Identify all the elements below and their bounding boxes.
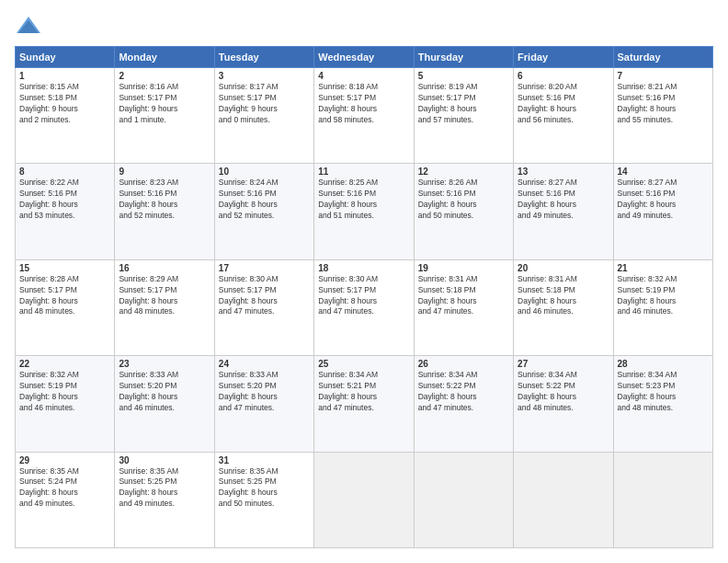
day-number: 11 (318, 167, 409, 177)
calendar-cell: 9Sunrise: 8:23 AM Sunset: 5:16 PM Daylig… (115, 164, 214, 259)
calendar-cell: 30Sunrise: 8:35 AM Sunset: 5:25 PM Dayli… (115, 452, 214, 547)
calendar-cell: 21Sunrise: 8:32 AM Sunset: 5:19 PM Dayli… (613, 259, 712, 355)
day-info: Sunrise: 8:27 AM Sunset: 5:16 PM Dayligh… (618, 178, 709, 222)
calendar-cell: 17Sunrise: 8:30 AM Sunset: 5:17 PM Dayli… (214, 259, 313, 355)
calendar-cell (514, 452, 613, 547)
day-info: Sunrise: 8:15 AM Sunset: 5:18 PM Dayligh… (19, 82, 110, 126)
day-number: 13 (518, 167, 609, 177)
calendar-cell: 4Sunrise: 8:18 AM Sunset: 5:17 PM Daylig… (314, 68, 414, 164)
calendar-cell: 1Sunrise: 8:15 AM Sunset: 5:18 PM Daylig… (16, 68, 115, 164)
weekday-header-sunday: Sunday (16, 47, 115, 68)
day-info: Sunrise: 8:16 AM Sunset: 5:17 PM Dayligh… (119, 82, 210, 126)
day-info: Sunrise: 8:31 AM Sunset: 5:18 PM Dayligh… (418, 274, 509, 318)
day-info: Sunrise: 8:29 AM Sunset: 5:17 PM Dayligh… (119, 274, 210, 318)
day-number: 1 (19, 71, 110, 81)
day-number: 5 (418, 71, 509, 81)
day-number: 10 (219, 167, 310, 177)
day-number: 2 (119, 71, 210, 81)
day-info: Sunrise: 8:24 AM Sunset: 5:16 PM Dayligh… (219, 178, 310, 222)
calendar-cell: 24Sunrise: 8:33 AM Sunset: 5:20 PM Dayli… (214, 356, 313, 452)
day-info: Sunrise: 8:32 AM Sunset: 5:19 PM Dayligh… (19, 370, 110, 414)
calendar-cell: 2Sunrise: 8:16 AM Sunset: 5:17 PM Daylig… (115, 68, 214, 164)
logo (15, 15, 46, 37)
day-number: 25 (318, 359, 409, 369)
day-number: 8 (19, 167, 110, 177)
day-number: 22 (19, 359, 110, 369)
calendar-cell: 28Sunrise: 8:34 AM Sunset: 5:23 PM Dayli… (613, 356, 712, 452)
day-number: 16 (119, 263, 210, 273)
calendar-cell: 16Sunrise: 8:29 AM Sunset: 5:17 PM Dayli… (115, 259, 214, 355)
day-info: Sunrise: 8:34 AM Sunset: 5:22 PM Dayligh… (418, 370, 509, 414)
day-info: Sunrise: 8:22 AM Sunset: 5:16 PM Dayligh… (19, 178, 110, 222)
calendar-cell: 15Sunrise: 8:28 AM Sunset: 5:17 PM Dayli… (16, 259, 115, 355)
day-number: 29 (19, 455, 110, 465)
day-number: 20 (518, 263, 609, 273)
page: SundayMondayTuesdayWednesdayThursdayFrid… (0, 0, 728, 563)
day-info: Sunrise: 8:27 AM Sunset: 5:16 PM Dayligh… (518, 178, 609, 222)
day-number: 6 (518, 71, 609, 81)
calendar-cell: 29Sunrise: 8:35 AM Sunset: 5:24 PM Dayli… (16, 452, 115, 547)
day-number: 27 (518, 359, 609, 369)
day-number: 18 (318, 263, 409, 273)
weekday-header-friday: Friday (514, 47, 613, 68)
day-number: 15 (19, 263, 110, 273)
calendar-week-4: 22Sunrise: 8:32 AM Sunset: 5:19 PM Dayli… (16, 356, 713, 452)
calendar-cell (414, 452, 513, 547)
calendar-week-3: 15Sunrise: 8:28 AM Sunset: 5:17 PM Dayli… (16, 259, 713, 355)
weekday-header-saturday: Saturday (613, 47, 712, 68)
weekday-header-thursday: Thursday (414, 47, 513, 68)
day-number: 12 (418, 167, 509, 177)
day-info: Sunrise: 8:26 AM Sunset: 5:16 PM Dayligh… (418, 178, 509, 222)
day-number: 30 (119, 455, 210, 465)
day-info: Sunrise: 8:33 AM Sunset: 5:20 PM Dayligh… (119, 370, 210, 414)
day-number: 23 (119, 359, 210, 369)
day-info: Sunrise: 8:17 AM Sunset: 5:17 PM Dayligh… (219, 82, 310, 126)
day-info: Sunrise: 8:35 AM Sunset: 5:24 PM Dayligh… (19, 466, 110, 511)
day-info: Sunrise: 8:30 AM Sunset: 5:17 PM Dayligh… (219, 274, 310, 318)
day-number: 21 (618, 263, 709, 273)
calendar-cell: 6Sunrise: 8:20 AM Sunset: 5:16 PM Daylig… (514, 68, 613, 164)
calendar-cell: 26Sunrise: 8:34 AM Sunset: 5:22 PM Dayli… (414, 356, 513, 452)
calendar-week-1: 1Sunrise: 8:15 AM Sunset: 5:18 PM Daylig… (16, 68, 713, 164)
calendar-cell: 20Sunrise: 8:31 AM Sunset: 5:18 PM Dayli… (514, 259, 613, 355)
weekday-header-monday: Monday (115, 47, 214, 68)
day-info: Sunrise: 8:31 AM Sunset: 5:18 PM Dayligh… (518, 274, 609, 318)
calendar-cell: 5Sunrise: 8:19 AM Sunset: 5:17 PM Daylig… (414, 68, 513, 164)
day-number: 26 (418, 359, 509, 369)
day-info: Sunrise: 8:33 AM Sunset: 5:20 PM Dayligh… (219, 370, 310, 414)
calendar-cell: 8Sunrise: 8:22 AM Sunset: 5:16 PM Daylig… (16, 164, 115, 259)
calendar-cell (314, 452, 414, 547)
day-info: Sunrise: 8:35 AM Sunset: 5:25 PM Dayligh… (219, 466, 310, 511)
calendar-week-5: 29Sunrise: 8:35 AM Sunset: 5:24 PM Dayli… (16, 452, 713, 547)
calendar-cell: 12Sunrise: 8:26 AM Sunset: 5:16 PM Dayli… (414, 164, 513, 259)
day-info: Sunrise: 8:35 AM Sunset: 5:25 PM Dayligh… (119, 466, 210, 511)
day-info: Sunrise: 8:34 AM Sunset: 5:23 PM Dayligh… (618, 370, 709, 414)
calendar-cell: 13Sunrise: 8:27 AM Sunset: 5:16 PM Dayli… (514, 164, 613, 259)
calendar-cell: 18Sunrise: 8:30 AM Sunset: 5:17 PM Dayli… (314, 259, 414, 355)
calendar-cell: 22Sunrise: 8:32 AM Sunset: 5:19 PM Dayli… (16, 356, 115, 452)
day-number: 4 (318, 71, 409, 81)
day-info: Sunrise: 8:20 AM Sunset: 5:16 PM Dayligh… (518, 82, 609, 126)
day-number: 28 (618, 359, 709, 369)
calendar-cell: 19Sunrise: 8:31 AM Sunset: 5:18 PM Dayli… (414, 259, 513, 355)
day-number: 19 (418, 263, 509, 273)
calendar-cell: 31Sunrise: 8:35 AM Sunset: 5:25 PM Dayli… (214, 452, 313, 547)
day-info: Sunrise: 8:23 AM Sunset: 5:16 PM Dayligh… (119, 178, 210, 222)
day-number: 24 (219, 359, 310, 369)
calendar-cell (613, 452, 712, 547)
calendar-cell: 3Sunrise: 8:17 AM Sunset: 5:17 PM Daylig… (214, 68, 313, 164)
logo-icon (15, 15, 42, 37)
calendar-week-2: 8Sunrise: 8:22 AM Sunset: 5:16 PM Daylig… (16, 164, 713, 259)
day-number: 17 (219, 263, 310, 273)
calendar-cell: 11Sunrise: 8:25 AM Sunset: 5:16 PM Dayli… (314, 164, 414, 259)
day-info: Sunrise: 8:34 AM Sunset: 5:21 PM Dayligh… (318, 370, 409, 414)
calendar-cell: 7Sunrise: 8:21 AM Sunset: 5:16 PM Daylig… (613, 68, 712, 164)
calendar-cell: 14Sunrise: 8:27 AM Sunset: 5:16 PM Dayli… (613, 164, 712, 259)
day-info: Sunrise: 8:34 AM Sunset: 5:22 PM Dayligh… (518, 370, 609, 414)
calendar-cell: 25Sunrise: 8:34 AM Sunset: 5:21 PM Dayli… (314, 356, 414, 452)
day-info: Sunrise: 8:30 AM Sunset: 5:17 PM Dayligh… (318, 274, 409, 318)
day-info: Sunrise: 8:32 AM Sunset: 5:19 PM Dayligh… (618, 274, 709, 318)
calendar-cell: 10Sunrise: 8:24 AM Sunset: 5:16 PM Dayli… (214, 164, 313, 259)
day-number: 3 (219, 71, 310, 81)
calendar-header-row: SundayMondayTuesdayWednesdayThursdayFrid… (16, 47, 713, 68)
